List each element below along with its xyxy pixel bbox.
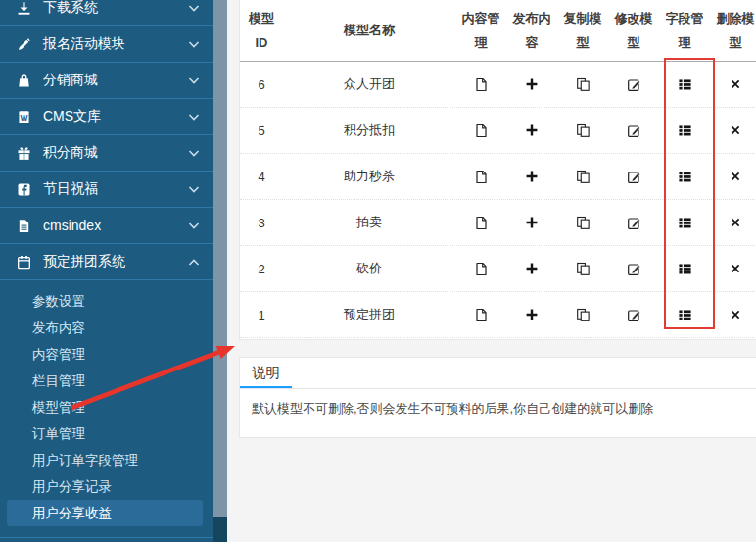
content-manage-button[interactable] (474, 261, 489, 276)
header-model-id: 模型ID (240, 0, 283, 61)
publish-content-button[interactable] (525, 261, 539, 276)
sidebar-scrollbar-track (213, 0, 227, 542)
delete-model-button[interactable] (729, 169, 742, 184)
sidebar-item-label: CMS文库 (43, 108, 101, 125)
edit-model-button[interactable] (627, 261, 641, 276)
sidebar-bottom-divider (0, 537, 213, 538)
note-text: 默认模型不可删除,否则会发生不可预料的后果,你自己创建的就可以删除 (240, 389, 756, 428)
edit-model-button[interactable] (627, 169, 641, 184)
tab-explanation[interactable]: 说明 (240, 358, 292, 388)
copy-model-button[interactable] (576, 169, 591, 184)
submenu-item-column-manage[interactable]: 栏目管理 (0, 368, 213, 394)
sidebar-item-signup-module[interactable]: 报名活动模块 (0, 26, 213, 63)
copy-model-button[interactable] (576, 123, 591, 138)
table-row: 5 积分抵扣 (240, 108, 756, 154)
field-manage-button[interactable] (678, 76, 692, 92)
submenu-item-parameter-settings[interactable]: 参数设置 (0, 288, 213, 315)
publish-content-button[interactable] (525, 169, 539, 184)
sidebar-item-points-mall[interactable]: 积分商城 (0, 135, 213, 172)
file-text-icon (13, 219, 34, 233)
publish-content-button[interactable] (525, 76, 539, 92)
edit-model-button[interactable] (627, 123, 641, 138)
field-manage-button[interactable] (678, 215, 692, 230)
field-manage-button[interactable] (678, 123, 692, 138)
publish-content-button[interactable] (525, 123, 539, 138)
model-name-cell: 拍卖 (283, 200, 455, 245)
sidebar-item-distribution-mall[interactable]: 分销商城 (0, 63, 213, 99)
sidebar-item-holiday-wishes[interactable]: 节日祝福 (0, 172, 213, 208)
sidebar-item-label: 报名活动模块 (43, 35, 125, 53)
table-row: 3 拍卖 (240, 200, 756, 246)
chevron-down-icon (188, 185, 200, 194)
edit-model-button[interactable] (627, 76, 641, 92)
chevron-down-icon (188, 40, 200, 49)
model-name-cell: 众人开团 (283, 62, 455, 107)
model-name-cell: 积分抵扣 (283, 108, 455, 153)
sidebar-item-label: 下载系统 (43, 0, 98, 17)
delete-model-button[interactable] (729, 307, 742, 322)
publish-content-button[interactable] (525, 215, 539, 230)
submenu-item-user-order-field-manage[interactable]: 用户订单字段管理 (0, 447, 213, 473)
facebook-icon (13, 182, 34, 197)
sidebar-item-booking-group-system[interactable]: 预定拼团系统 (0, 244, 213, 280)
model-id-cell: 2 (240, 246, 283, 291)
table-header-row: 模型ID 模型名称 内容管理 发布内容 复制模型 修改模型 字段管理 删除模型 (240, 0, 756, 62)
sidebar-item-label: 预定拼团系统 (43, 253, 125, 271)
chevron-up-icon (188, 258, 200, 267)
copy-model-button[interactable] (576, 261, 591, 276)
delete-model-button[interactable] (729, 261, 742, 276)
pen-icon (13, 37, 34, 52)
copy-model-button[interactable] (576, 76, 591, 92)
content-manage-button[interactable] (474, 169, 489, 184)
model-id-cell: 4 (240, 154, 283, 199)
delete-model-button[interactable] (729, 215, 742, 230)
table-row: 4 助力秒杀 (240, 154, 756, 200)
sidebar-item-cms-library[interactable]: CMS文库 (0, 99, 213, 135)
copy-model-button[interactable] (576, 307, 591, 322)
sidebar-submenu: 参数设置 发布内容 内容管理 栏目管理 模型管理 订单管理 用户订单字段管理 用… (0, 280, 213, 526)
delete-model-button[interactable] (729, 123, 742, 138)
sidebar-item-cmsindex[interactable]: cmsindex (0, 208, 213, 244)
content-manage-button[interactable] (474, 76, 489, 92)
chevron-down-icon (188, 113, 200, 122)
sidebar-item-label: 积分商城 (43, 144, 98, 162)
chevron-down-icon (188, 76, 200, 85)
sidebar-nav: 下载系统 报名活动模块 分销商城 CMS文库 积分商城 (0, 0, 213, 280)
model-id-cell: 1 (240, 292, 283, 337)
submenu-item-publish-content[interactable]: 发布内容 (0, 315, 213, 341)
header-edit-model: 修改模型 (608, 0, 659, 61)
field-manage-button[interactable] (678, 169, 692, 184)
model-name-cell: 助力秒杀 (283, 154, 455, 199)
content-manage-button[interactable] (474, 215, 489, 230)
chevron-down-icon (188, 4, 200, 13)
model-name-cell: 砍价 (283, 246, 455, 291)
gift-icon (13, 146, 34, 161)
table-row: 2 砍价 (240, 246, 756, 292)
model-id-cell: 6 (240, 62, 283, 107)
header-field-manage: 字段管理 (659, 0, 710, 61)
submenu-item-user-share-earnings[interactable]: 用户分享收益 (7, 500, 203, 526)
header-publish-content: 发布内容 (506, 0, 557, 61)
field-manage-button[interactable] (678, 307, 692, 322)
submenu-item-user-share-records[interactable]: 用户分享记录 (0, 473, 213, 500)
submenu-item-order-manage[interactable]: 订单管理 (0, 420, 213, 447)
calendar-icon (13, 255, 34, 270)
content-manage-button[interactable] (474, 307, 489, 322)
sidebar-item-download-system[interactable]: 下载系统 (0, 0, 213, 26)
admin-page: 下载系统 报名活动模块 分销商城 CMS文库 积分商城 (0, 0, 756, 542)
copy-model-button[interactable] (576, 215, 591, 230)
submenu-item-content-manage[interactable]: 内容管理 (0, 341, 213, 368)
model-id-cell: 3 (240, 200, 283, 245)
content-manage-button[interactable] (474, 123, 489, 138)
edit-model-button[interactable] (627, 215, 641, 230)
delete-model-button[interactable] (729, 76, 742, 92)
table-row: 6 众人开团 (240, 62, 756, 108)
chevron-down-icon (188, 222, 200, 230)
publish-content-button[interactable] (525, 307, 539, 322)
download-icon (13, 1, 34, 16)
header-delete-model: 删除模型 (710, 0, 756, 61)
field-manage-button[interactable] (678, 261, 692, 276)
edit-model-button[interactable] (627, 307, 641, 322)
scrollbar-thumb[interactable] (213, 0, 227, 517)
submenu-item-model-manage[interactable]: 模型管理 (0, 394, 213, 420)
